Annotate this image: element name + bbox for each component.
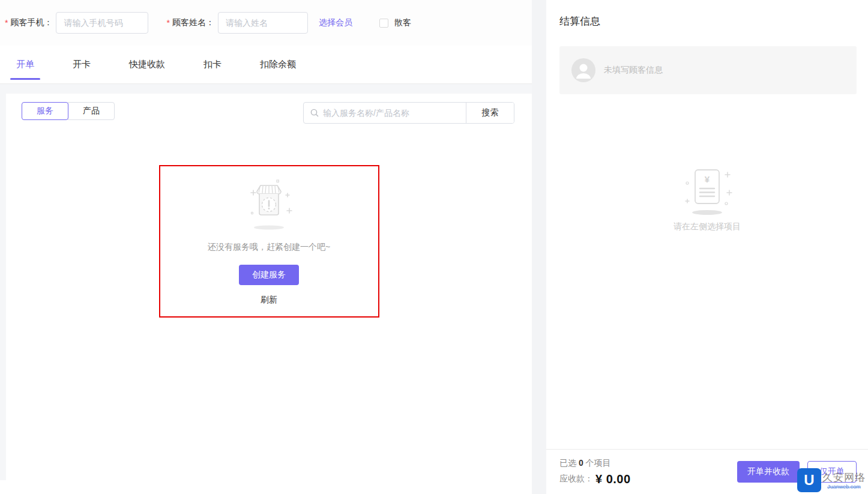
svg-text:¥: ¥	[705, 174, 710, 184]
catalog-type-toggle: 服务 产品	[22, 102, 115, 120]
left-column: * 顾客手机： * 顾客姓名： 选择会员 散客 开单 开卡 快捷收款 扣卡 扣除…	[0, 0, 532, 494]
amount-value: ¥ 0.00	[595, 472, 631, 486]
empty-services-message: 还没有服务哦，赶紧创建一个吧~	[208, 242, 330, 253]
customer-summary-box: 未填写顾客信息	[559, 46, 857, 94]
search-icon	[310, 109, 319, 117]
customer-empty-text: 未填写顾客信息	[604, 65, 663, 76]
tab-deduct-balance[interactable]: 扣除余额	[260, 46, 296, 83]
bottom-strip	[0, 480, 532, 494]
checkout-empty-state: ¥ 请在左侧选择项目	[546, 94, 868, 449]
catalog-search: 搜索	[303, 102, 514, 124]
order-tabs: 开单 开卡 快捷收款 扣卡 扣除余额	[0, 46, 532, 84]
search-input[interactable]	[323, 108, 459, 118]
toggle-services-button[interactable]: 服务	[22, 102, 68, 120]
checkout-actions: 开单并收款 仅开单	[737, 461, 857, 483]
checkout-totals: 已选 0 个项目 应收款： ¥ 0.00	[559, 458, 631, 486]
required-asterisk: *	[166, 18, 169, 28]
checkout-empty-hint: 请在左侧选择项目	[674, 221, 741, 232]
avatar-icon	[571, 58, 595, 82]
refresh-link[interactable]: 刷新	[261, 295, 277, 306]
walkin-option: 散客	[379, 17, 411, 28]
checkout-panel: 结算信息 未填写顾客信息 ¥	[546, 0, 868, 494]
bill-only-button[interactable]: 仅开单	[807, 461, 857, 483]
name-input[interactable]	[218, 12, 308, 34]
walkin-label: 散客	[394, 17, 411, 28]
tab-open-card[interactable]: 开卡	[73, 46, 91, 83]
tab-quick-payment[interactable]: 快捷收款	[129, 46, 165, 83]
checkout-title: 结算信息	[546, 0, 868, 28]
tab-deduct-card[interactable]: 扣卡	[203, 46, 222, 83]
search-box	[304, 103, 466, 123]
amount-label: 应收款：	[559, 474, 593, 484]
empty-store-icon	[229, 177, 309, 232]
checkout-footer: 已选 0 个项目 应收款： ¥ 0.00 开单并收款 仅开单	[546, 449, 868, 494]
catalog-area: 服务 产品 搜索	[0, 84, 532, 480]
catalog-toolbar: 服务 产品 搜索	[6, 94, 532, 124]
toggle-products-button[interactable]: 产品	[68, 102, 115, 120]
selected-count: 0	[579, 458, 583, 468]
name-label: 顾客姓名：	[172, 17, 214, 28]
active-tab-underline	[10, 78, 40, 80]
catalog-card: 服务 产品 搜索	[6, 94, 532, 480]
customer-name-field: * 顾客姓名：	[166, 12, 307, 34]
customer-form: * 顾客手机： * 顾客姓名： 选择会员 散客	[0, 0, 532, 46]
phone-input[interactable]	[56, 12, 148, 34]
customer-phone-field: * 顾客手机：	[5, 12, 148, 34]
panel-divider	[532, 0, 546, 494]
search-button[interactable]: 搜索	[466, 103, 514, 123]
empty-receipt-icon: ¥	[674, 167, 740, 218]
selected-count-line: 已选 0 个项目	[559, 458, 631, 469]
phone-label: 顾客手机：	[10, 17, 52, 28]
tab-create-order[interactable]: 开单	[16, 46, 34, 83]
empty-services-highlight-box: 还没有服务哦，赶紧创建一个吧~ 创建服务 刷新	[159, 165, 379, 318]
walkin-checkbox[interactable]	[379, 19, 388, 28]
pos-billing-app: * 顾客手机： * 顾客姓名： 选择会员 散客 开单 开卡 快捷收款 扣卡 扣除…	[0, 0, 868, 494]
select-member-link[interactable]: 选择会员	[319, 17, 352, 28]
required-asterisk: *	[5, 18, 8, 28]
bill-and-pay-button[interactable]: 开单并收款	[737, 461, 800, 483]
create-service-button[interactable]: 创建服务	[239, 265, 299, 285]
amount-due-line: 应收款： ¥ 0.00	[559, 472, 631, 486]
